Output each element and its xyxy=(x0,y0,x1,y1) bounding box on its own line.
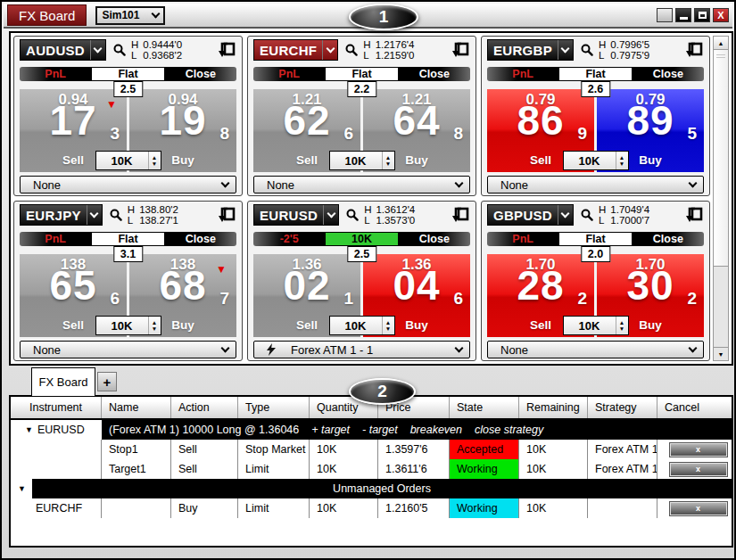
spin-up-icon[interactable]: ▲ xyxy=(152,154,157,161)
spin-down-icon[interactable]: ▼ xyxy=(152,325,157,332)
quantity-spinner[interactable]: 10K ▲▼ xyxy=(563,316,629,335)
quantity-spinner[interactable]: 10K ▲▼ xyxy=(329,151,395,170)
spin-down-icon[interactable]: ▼ xyxy=(152,161,157,167)
flat-button[interactable]: Flat xyxy=(91,232,164,246)
position-size-button[interactable]: 10K xyxy=(325,232,398,246)
close-button[interactable]: X xyxy=(713,8,729,22)
flat-button[interactable]: Flat xyxy=(558,67,632,81)
pnl-button[interactable]: PnL xyxy=(487,232,558,246)
flat-button[interactable]: Flat xyxy=(558,232,632,246)
scrollbar-thumb[interactable] xyxy=(714,50,728,267)
col-instrument[interactable]: Instrument xyxy=(11,397,102,418)
quantity-spinner[interactable]: 10K ▲▼ xyxy=(329,316,395,335)
pnl-button[interactable]: -2'5 xyxy=(253,232,325,246)
pnl-button[interactable]: PnL xyxy=(20,232,91,246)
search-icon[interactable] xyxy=(580,208,594,222)
search-icon[interactable] xyxy=(345,208,360,222)
atm-strategy-select[interactable]: Forex ATM 1 - 1 xyxy=(253,341,470,358)
maximize-button[interactable] xyxy=(694,8,710,22)
pnl-button[interactable]: PnL xyxy=(253,67,325,81)
quantity-spinner[interactable]: 10K ▲▼ xyxy=(95,316,161,335)
col-strategy[interactable]: Strategy xyxy=(588,397,657,418)
fx-tiles-panel: AUDUSD H0.9444'0 L0.9368'2 PnL Flat Clos… xyxy=(9,31,733,366)
reverse-position-icon[interactable] xyxy=(218,41,236,59)
flat-button[interactable]: Flat xyxy=(325,67,398,81)
spinner-buttons[interactable]: ▲▼ xyxy=(148,152,161,169)
col-cancel[interactable]: Cancel xyxy=(657,397,732,418)
close-position-button[interactable]: Close xyxy=(399,67,470,81)
spin-up-icon[interactable]: ▲ xyxy=(619,154,624,161)
instrument-selector[interactable]: EURGBP xyxy=(487,39,574,61)
cancel-order-button[interactable]: x xyxy=(670,443,727,457)
spin-down-icon[interactable]: ▼ xyxy=(619,325,624,332)
spin-up-icon[interactable]: ▲ xyxy=(385,319,391,325)
col-type[interactable]: Type xyxy=(238,397,310,418)
strategy-label: Forex ATM 1 - 1 xyxy=(291,343,456,357)
minimize-button[interactable] xyxy=(675,8,691,22)
low-value: 1.7000'7 xyxy=(610,215,649,226)
quantity-spinner[interactable]: 10K ▲▼ xyxy=(563,151,629,170)
atm-strategy-select[interactable]: None xyxy=(487,341,704,358)
close-position-button[interactable]: Close xyxy=(165,67,236,81)
atm-strategy-select[interactable]: None xyxy=(20,176,236,194)
account-select[interactable]: Sim101 xyxy=(95,6,165,25)
order-quantity: 10K xyxy=(310,440,378,459)
add-tab-button[interactable]: + xyxy=(97,372,117,391)
instrument-selector[interactable]: EURJPY xyxy=(20,204,103,226)
reverse-position-icon[interactable] xyxy=(218,206,236,224)
spinner-buttons[interactable]: ▲▼ xyxy=(148,317,161,334)
cancel-order-button[interactable]: x xyxy=(670,502,727,515)
instrument-selector[interactable]: GBPUSD xyxy=(487,204,574,226)
col-name[interactable]: Name xyxy=(102,397,171,418)
spin-down-icon[interactable]: ▼ xyxy=(385,161,391,167)
search-icon[interactable] xyxy=(580,43,594,57)
instrument-selector[interactable]: EURUSD xyxy=(253,204,339,226)
collapse-arrow-icon[interactable]: ▼ xyxy=(18,484,26,493)
link-breakeven[interactable]: breakeven xyxy=(410,424,462,436)
spin-up-icon[interactable]: ▲ xyxy=(152,319,157,325)
pnl-button[interactable]: PnL xyxy=(20,67,91,81)
search-icon[interactable] xyxy=(112,43,127,57)
instrument-selector[interactable]: EURCHF xyxy=(253,39,338,61)
search-icon[interactable] xyxy=(344,43,359,57)
instrument-selector[interactable]: AUDUSD xyxy=(20,39,106,61)
fx-tile-eurgbp: EURGBP H0.7996'5 L0.7975'9 PnL Flat Clos… xyxy=(481,36,710,196)
spin-down-icon[interactable]: ▼ xyxy=(619,161,624,167)
close-position-button[interactable]: Close xyxy=(633,232,704,246)
flat-button[interactable]: Flat xyxy=(91,67,164,81)
tab-fx-board[interactable]: FX Board xyxy=(31,367,95,396)
col-action[interactable]: Action xyxy=(171,397,238,418)
reverse-position-icon[interactable] xyxy=(451,41,470,59)
spin-down-icon[interactable]: ▼ xyxy=(385,325,391,332)
cancel-order-button[interactable]: x xyxy=(670,463,727,476)
instrument-label: GBPUSD xyxy=(488,205,558,225)
close-position-button[interactable]: Close xyxy=(165,232,236,246)
col-state[interactable]: State xyxy=(450,397,519,418)
spinner-buttons[interactable]: ▲▼ xyxy=(616,152,628,169)
atm-strategy-select[interactable]: None xyxy=(253,176,470,194)
reverse-position-icon[interactable] xyxy=(685,41,704,59)
scroll-down-button[interactable]: ▼ xyxy=(714,347,728,360)
close-position-button[interactable]: Close xyxy=(633,67,704,81)
tiles-scrollbar[interactable]: ▲ ▼ xyxy=(713,36,729,361)
link-minus-target[interactable]: - target xyxy=(362,424,398,436)
scroll-up-button[interactable]: ▲ xyxy=(714,37,728,50)
collapse-arrow-icon[interactable]: ▼ xyxy=(25,425,33,434)
link-close-strategy[interactable]: close strategy xyxy=(475,424,543,436)
spinner-buttons[interactable]: ▲▼ xyxy=(382,152,394,169)
close-position-button[interactable]: Close xyxy=(399,232,470,246)
properties-button[interactable] xyxy=(657,8,673,22)
link-plus-target[interactable]: + target xyxy=(311,424,350,436)
spin-up-icon[interactable]: ▲ xyxy=(385,154,391,161)
search-icon[interactable] xyxy=(109,208,123,222)
col-remaining[interactable]: Remaining xyxy=(519,397,588,418)
atm-strategy-select[interactable]: None xyxy=(20,341,236,358)
spin-up-icon[interactable]: ▲ xyxy=(619,319,624,325)
reverse-position-icon[interactable] xyxy=(451,206,470,224)
quantity-spinner[interactable]: 10K ▲▼ xyxy=(95,151,161,170)
spinner-buttons[interactable]: ▲▼ xyxy=(616,317,628,334)
atm-strategy-select[interactable]: None xyxy=(487,176,704,194)
pnl-button[interactable]: PnL xyxy=(487,67,558,81)
reverse-position-icon[interactable] xyxy=(685,206,704,224)
spinner-buttons[interactable]: ▲▼ xyxy=(382,317,394,334)
